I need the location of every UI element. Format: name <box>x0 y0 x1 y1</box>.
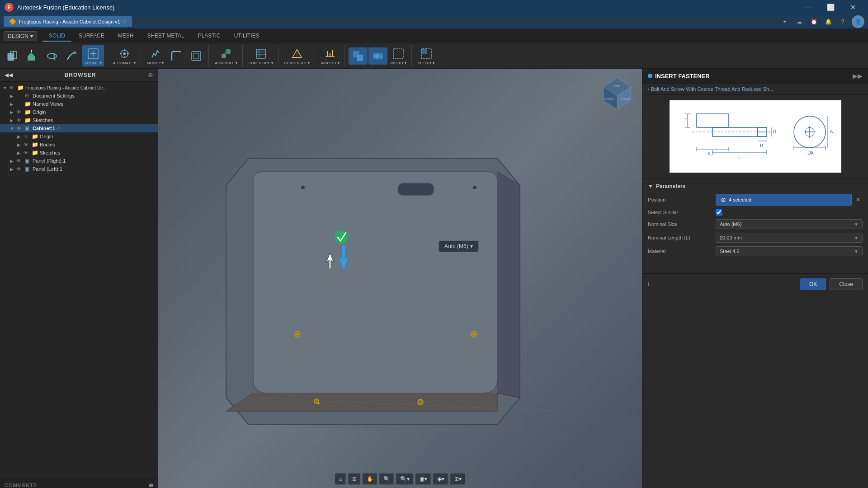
browser-collapse[interactable]: ◀◀ <box>5 72 13 78</box>
nav-zoom-dropdown[interactable]: 🔍▾ <box>396 473 414 485</box>
restore-button[interactable]: ⬜ <box>820 0 841 14</box>
tab-plastic[interactable]: PLASTIC <box>192 31 227 42</box>
tree-item-named-views[interactable]: ▶ 👁 📁 Named Views <box>0 100 158 108</box>
sketches-icon: 📁 <box>24 117 33 123</box>
fastener-breadcrumb[interactable]: ‹ Bolt And Screw With Coarse Thread And … <box>642 84 868 95</box>
sweep-button[interactable] <box>62 47 81 65</box>
cab-sketches-eye[interactable]: 👁 <box>24 150 32 155</box>
svg-rect-20 <box>192 52 201 61</box>
doc-settings-eye[interactable]: 👁 <box>16 93 24 99</box>
cabinet-eye[interactable]: 👁 <box>16 126 24 131</box>
tree-item-root[interactable]: ▼ 👁 📁 Frogtopus Racing - Arcade Cabinet … <box>0 84 158 92</box>
nav-home-button[interactable]: ⌂ <box>335 473 346 485</box>
modify-icon <box>148 47 163 61</box>
tree-item-sketches[interactable]: ▶ 👁 📁 Sketches <box>0 116 158 124</box>
extrude-icon <box>25 49 39 63</box>
view-cube[interactable]: TOP FRONT RIGHT <box>599 75 635 112</box>
nav-grid-button[interactable]: ⊞▾ <box>450 473 466 485</box>
tree-item-panel-left[interactable]: ▶ 👁 ▣ Panel (Left):1 <box>0 165 158 173</box>
cloud-save-icon[interactable]: ☁ <box>794 16 805 27</box>
help-icon[interactable]: ? <box>837 16 848 27</box>
cab-origin-eye[interactable]: 👁 <box>24 134 32 139</box>
nav-display-button[interactable]: ▣▾ <box>415 473 431 485</box>
close-button[interactable]: ✕ <box>843 0 863 14</box>
viewport[interactable]: Auto (M6) ▾ TOP FRONT RIGHT ⌂ ⊞ ✋ 🔍 🔍▾ ▣… <box>158 69 642 488</box>
cab-bodies-eye[interactable]: 👁 <box>24 142 32 147</box>
fillet-button[interactable] <box>167 47 186 65</box>
revolve-button[interactable] <box>42 47 61 65</box>
auto-m6-dropdown[interactable]: Auto (M6) ▾ <box>439 240 479 252</box>
tree-item-cab-origin[interactable]: ▶ 👁 📁 Origin <box>0 132 158 141</box>
tree-item-cab-sketches[interactable]: ▶ 👁 📁 Sketches <box>0 149 158 157</box>
browser-tree: ▼ 👁 📁 Frogtopus Racing - Arcade Cabinet … <box>0 82 158 478</box>
design-selector[interactable]: DESIGN ▾ <box>4 31 37 41</box>
origin-eye[interactable]: 👁 <box>16 109 24 115</box>
nav-zoom-button[interactable]: 🔍 <box>379 473 394 485</box>
ok-button[interactable]: OK <box>800 278 826 290</box>
create-more-button[interactable]: CREATE ▾ <box>82 45 104 66</box>
panel-left-eye[interactable]: 👁 <box>16 166 24 172</box>
tab-surface[interactable]: SURFACE <box>72 31 111 42</box>
params-header[interactable]: ▼ Parameters <box>648 183 863 189</box>
select-button[interactable]: SELECT ▾ <box>415 45 437 66</box>
tab-solid[interactable]: SOLID <box>42 31 71 42</box>
tree-item-cab-bodies[interactable]: ▶ 👁 📁 Bodies <box>0 141 158 149</box>
panel-left-icon: ▣ <box>24 166 33 172</box>
new-component-button[interactable] <box>3 47 22 65</box>
nav-pan-button[interactable]: ✋ <box>363 473 377 485</box>
configure-button[interactable]: CONFIGURE ▾ <box>246 45 275 66</box>
user-avatar[interactable]: 👤 <box>852 15 864 28</box>
tree-item-cabinet[interactable]: ▼ 👁 ▣ Cabinet:1 ⊙ <box>0 124 158 132</box>
insert-derive-button[interactable] <box>349 47 368 65</box>
material-arrow: ▼ <box>854 249 859 254</box>
position-clear-button[interactable]: ✕ <box>854 195 863 204</box>
tree-item-panel-right[interactable]: ▶ 👁 ▣ Panel (Right):1 <box>0 157 158 165</box>
history-icon[interactable]: ⏰ <box>808 16 819 27</box>
select-similar-checkbox[interactable] <box>716 209 722 216</box>
named-views-eye[interactable]: 👁 <box>16 101 24 107</box>
nominal-size-select[interactable]: Auto (M6) ▼ <box>716 219 863 229</box>
active-tab[interactable]: 🔶 Frogtopus Racing - Arcade Cabinet Desi… <box>4 16 132 27</box>
svg-point-46 <box>304 187 306 188</box>
sketches-eye[interactable]: 👁 <box>16 117 24 123</box>
shell-button[interactable] <box>187 47 206 65</box>
svg-text:TOP: TOP <box>614 84 621 88</box>
construct-button[interactable]: CONSTRUCT ▾ <box>282 45 312 66</box>
add-tab-button[interactable]: + <box>779 16 790 27</box>
svg-line-24 <box>224 52 226 54</box>
tab-sheet-metal[interactable]: SHEET METAL <box>141 31 190 42</box>
select-similar-row: Select Similar <box>648 209 863 216</box>
tree-item-origin[interactable]: ▶ 👁 📁 Origin <box>0 108 158 116</box>
material-row: Material Steel 4.6 ▼ <box>648 246 863 256</box>
svg-rect-37 <box>357 55 363 61</box>
position-cursor-icon: ⊕ <box>721 196 726 203</box>
cab-bodies-icon: 📁 <box>32 141 40 148</box>
insert-more-button[interactable]: INSERT ▾ <box>388 45 409 66</box>
nav-fit-button[interactable]: ⊞ <box>348 473 361 485</box>
auto-m6-arrow: ▾ <box>470 243 473 249</box>
fastener-collapse-button[interactable]: ▶▶ <box>853 72 863 80</box>
inspect-button[interactable]: INSPECT ▾ <box>319 45 342 66</box>
root-eye[interactable]: 👁 <box>9 85 17 90</box>
nominal-length-select[interactable]: 20.00 mm ▼ <box>716 233 863 243</box>
tab-utilities[interactable]: UTILITIES <box>228 31 266 42</box>
panel-right-eye[interactable]: 👁 <box>16 158 24 164</box>
comments-add-icon[interactable]: ⊕ <box>149 482 153 488</box>
tabbar: 🔶 Frogtopus Racing - Arcade Cabinet Desi… <box>0 14 868 29</box>
tab-mesh[interactable]: MESH <box>112 31 140 42</box>
position-button[interactable]: ⊕ 4 selected <box>716 194 852 206</box>
tab-close-icon[interactable]: ✕ <box>123 19 127 24</box>
close-button[interactable]: Close <box>830 278 863 290</box>
bell-icon[interactable]: 🔔 <box>823 16 834 27</box>
modify-button[interactable]: MODIFY ▾ <box>145 45 166 66</box>
insert-mesh-button[interactable] <box>368 47 387 65</box>
toolbar: CREATE ▾ AUTOMATE ▾ <box>0 43 868 68</box>
extrude-button[interactable] <box>23 47 42 65</box>
automate-button[interactable]: AUTOMATE ▾ <box>111 45 138 66</box>
assemble-button[interactable]: ASSEMBLE ▾ <box>212 45 239 66</box>
tree-item-doc-settings[interactable]: ▶ 👁 ⚙ Document Settings <box>0 92 158 100</box>
browser-add-icon[interactable]: ⊕ <box>148 71 153 79</box>
nav-render-button[interactable]: ◉▾ <box>433 473 448 485</box>
minimize-button[interactable]: — <box>797 0 818 14</box>
material-select[interactable]: Steel 4.6 ▼ <box>716 246 863 256</box>
